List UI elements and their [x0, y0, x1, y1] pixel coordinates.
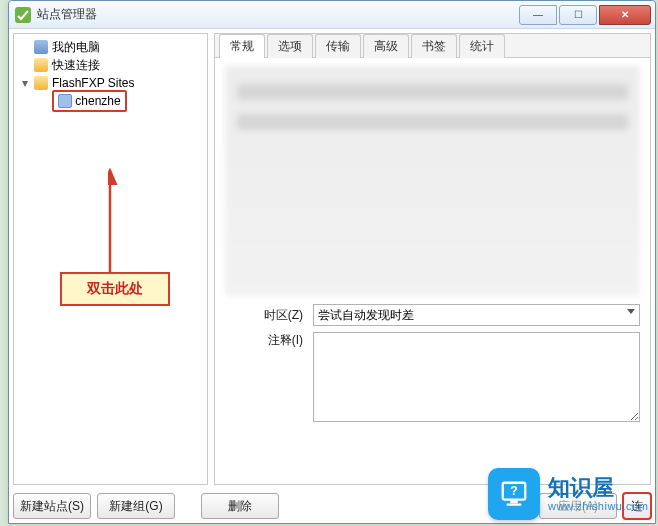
- timezone-value: 尝试自动发现时差: [318, 308, 414, 322]
- tab-general[interactable]: 常规: [219, 34, 265, 58]
- client-area: 我的电脑 快速连接 ▾ FlashFXP Sites chenzhe: [9, 29, 655, 523]
- site-icon: [58, 94, 72, 108]
- annotation-arrow: [108, 164, 158, 284]
- tab-advanced[interactable]: 高级: [363, 34, 409, 58]
- notes-label: 注释(I): [225, 332, 313, 349]
- tab-bar: 常规 选项 传输 高级 书签 统计: [215, 34, 650, 58]
- tree-label: 快速连接: [52, 57, 100, 74]
- tree-label: 我的电脑: [52, 39, 100, 56]
- button-bar: 新建站点(S) 新建组(G) 删除 应用(A) 连: [13, 489, 651, 519]
- app-icon: [15, 7, 31, 23]
- site-tree[interactable]: 我的电脑 快速连接 ▾ FlashFXP Sites chenzhe: [13, 33, 208, 485]
- tree-my-computer[interactable]: 我的电脑: [16, 38, 205, 56]
- titlebar[interactable]: 站点管理器 — ☐ ✕: [9, 1, 655, 29]
- maximize-button[interactable]: ☐: [559, 5, 597, 25]
- timezone-select[interactable]: 尝试自动发现时差: [313, 304, 640, 326]
- main-split: 我的电脑 快速连接 ▾ FlashFXP Sites chenzhe: [13, 33, 651, 485]
- tree-label: FlashFXP Sites: [52, 76, 134, 90]
- selected-site-highlight: chenzhe: [52, 90, 127, 113]
- annotation-callout: 双击此处: [60, 272, 170, 306]
- tree-site-item[interactable]: chenzhe: [16, 92, 205, 110]
- new-site-button[interactable]: 新建站点(S): [13, 493, 91, 519]
- timezone-row: 时区(Z) 尝试自动发现时差: [225, 304, 640, 326]
- new-group-button[interactable]: 新建组(G): [97, 493, 175, 519]
- blurred-fields: [225, 66, 640, 296]
- folder-icon: [34, 58, 48, 72]
- connect-button[interactable]: 连: [623, 493, 651, 519]
- timezone-label: 时区(Z): [225, 307, 313, 324]
- tab-transfer[interactable]: 传输: [315, 34, 361, 58]
- tree-quick-connect[interactable]: 快速连接: [16, 56, 205, 74]
- computer-icon: [34, 40, 48, 54]
- notes-textarea[interactable]: [313, 332, 640, 422]
- close-button[interactable]: ✕: [599, 5, 651, 25]
- chevron-down-icon: [627, 309, 635, 314]
- details-panel: 常规 选项 传输 高级 书签 统计 时区(Z) 尝试自动发现时差: [214, 33, 651, 485]
- callout-text: 双击此处: [87, 280, 143, 298]
- tab-options[interactable]: 选项: [267, 34, 313, 58]
- window-buttons: — ☐ ✕: [517, 5, 651, 25]
- minimize-button[interactable]: —: [519, 5, 557, 25]
- apply-button[interactable]: 应用(A): [539, 493, 617, 519]
- tab-general-content: 时区(Z) 尝试自动发现时差 注释(I): [215, 58, 650, 484]
- folder-icon: [34, 76, 48, 90]
- tab-bookmarks[interactable]: 书签: [411, 34, 457, 58]
- site-manager-window: 站点管理器 — ☐ ✕ 我的电脑 快速连接 ▾: [8, 0, 656, 524]
- tab-stats[interactable]: 统计: [459, 34, 505, 58]
- svg-rect-0: [15, 7, 31, 23]
- chevron-down-icon[interactable]: ▾: [20, 76, 30, 90]
- window-title: 站点管理器: [37, 6, 517, 23]
- tree-label: chenzhe: [75, 94, 120, 108]
- notes-row: 注释(I): [225, 332, 640, 422]
- delete-button[interactable]: 删除: [201, 493, 279, 519]
